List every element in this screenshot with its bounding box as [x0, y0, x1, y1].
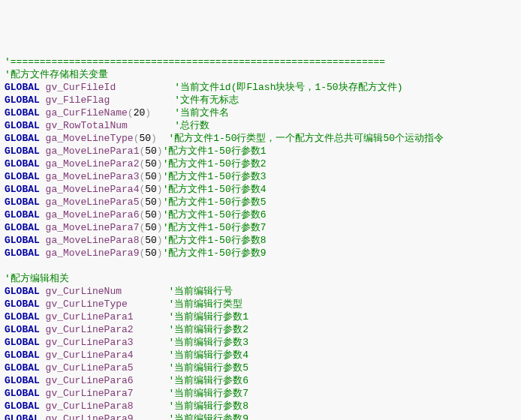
code-line: GLOBAL ga_MoveLinePara4(50)'配方文件1-50行参数4: [5, 183, 516, 196]
code-line: GLOBAL gv_CurLineNum '当前编辑行号: [5, 285, 516, 298]
code-token: gv_FileFlag: [46, 94, 175, 106]
code-token: GLOBAL: [5, 248, 46, 259]
code-line: GLOBAL gv_CurFileId '当前文件id(即Flash块块号，1-…: [5, 81, 516, 94]
code-token: 50: [139, 133, 151, 144]
code-token: ga_MoveLinePara1: [46, 146, 140, 157]
code-token: ga_MoveLinePara4: [46, 184, 140, 195]
code-token: gv_CurLinePara6: [46, 375, 169, 386]
code-token: GLOBAL: [5, 388, 46, 399]
code-token: 50: [145, 248, 157, 259]
code-token: 50: [145, 222, 157, 233]
code-token: ): [157, 146, 163, 157]
code-token: ga_MoveLinePara6: [46, 209, 140, 220]
code-token: '配方文件1-50行参数3: [163, 171, 267, 182]
code-line: '=======================================…: [5, 56, 516, 68]
code-token: GLOBAL: [5, 375, 46, 386]
code-line: GLOBAL gv_CurLinePara7 '当前编辑行参数7: [5, 387, 516, 400]
code-token: gv_CurLinePara8: [46, 400, 169, 412]
code-token: '=======================================…: [5, 56, 385, 68]
code-token: 50: [145, 146, 157, 157]
code-token: ): [157, 196, 163, 208]
code-token: '当前文件id(即Flash块块号，1-50块存配方文件): [174, 82, 402, 93]
code-token: GLOBAL: [5, 171, 46, 182]
code-token: gv_CurLineType: [46, 298, 169, 310]
code-token: GLOBAL: [5, 158, 46, 170]
code-token: '当前编辑行参数2: [168, 324, 248, 335]
code-token: GLOBAL: [5, 350, 46, 361]
code-line: GLOBAL ga_MoveLinePara1(50)'配方文件1-50行参数1: [5, 145, 516, 158]
code-line: GLOBAL ga_MoveLinePara7(50)'配方文件1-50行参数7: [5, 221, 516, 234]
code-line: GLOBAL gv_FileFlag '文件有无标志: [5, 94, 516, 106]
code-line: GLOBAL gv_CurLinePara1 '当前编辑行参数1: [5, 310, 516, 323]
code-line: GLOBAL ga_CurFileName(20) '当前文件名: [5, 106, 516, 119]
code-token: GLOBAL: [5, 337, 46, 348]
code-line: GLOBAL gv_CurLinePara5 '当前编辑行参数5: [5, 362, 516, 374]
code-token: GLOBAL: [5, 235, 46, 246]
code-token: GLOBAL: [5, 82, 46, 93]
code-token: GLOBAL: [5, 120, 46, 131]
code-token: '配方编辑相关: [5, 273, 69, 284]
code-line: GLOBAL gv_CurLinePara9 '当前编辑行参数9: [5, 412, 516, 420]
code-token: ): [151, 133, 168, 144]
code-token: 50: [145, 196, 157, 208]
code-token: ga_MoveLineType: [46, 133, 134, 144]
code-token: '当前编辑行参数4: [168, 350, 248, 361]
code-token: '当前编辑行参数3: [168, 337, 248, 348]
code-token: '配方文件1-50行参数5: [163, 196, 267, 208]
code-token: '配方文件1-50行参数2: [163, 158, 267, 170]
code-block: '=======================================…: [5, 56, 516, 420]
code-token: gv_CurLinePara2: [46, 324, 169, 335]
code-line: '配方编辑相关: [5, 272, 516, 285]
code-token: '当前编辑行参数8: [168, 400, 248, 412]
code-token: '当前文件名: [174, 107, 229, 118]
code-token: '配方文件1-50行类型，一个配方文件总共可编辑50个运动指令: [168, 133, 444, 144]
code-token: ga_CurFileName: [46, 107, 128, 118]
code-token: ): [157, 171, 163, 182]
code-token: '当前编辑行号: [168, 286, 233, 297]
code-token: '当前编辑行参数1: [168, 311, 248, 322]
code-token: '配方文件1-50行参数6: [163, 209, 267, 220]
code-token: ): [145, 107, 174, 118]
code-token: gv_CurLinePara3: [46, 337, 169, 348]
code-token: 20: [134, 107, 146, 118]
code-token: '当前编辑行类型: [168, 298, 242, 310]
code-token: '当前编辑行参数5: [168, 362, 248, 374]
code-token: GLOBAL: [5, 133, 46, 144]
code-line: GLOBAL gv_CurLinePara3 '当前编辑行参数3: [5, 336, 516, 349]
code-line: GLOBAL gv_RowTotalNum '总行数: [5, 119, 516, 132]
code-token: ): [157, 184, 163, 195]
code-token: '总行数: [174, 120, 209, 131]
code-token: ga_MoveLinePara8: [46, 235, 140, 246]
code-token: gv_CurLineNum: [46, 286, 169, 297]
code-line: GLOBAL ga_MoveLinePara5(50)'配方文件1-50行参数5: [5, 196, 516, 208]
code-token: '文件有无标志: [174, 94, 239, 106]
code-token: '配方文件1-50行参数9: [163, 248, 267, 259]
code-token: gv_CurFileId: [46, 82, 175, 93]
code-token: GLOBAL: [5, 146, 46, 157]
code-token: GLOBAL: [5, 298, 46, 310]
code-token: GLOBAL: [5, 413, 46, 420]
code-line: GLOBAL ga_MoveLineType(50) '配方文件1-50行类型，…: [5, 132, 516, 145]
code-token: '配方文件存储相关变量: [5, 69, 108, 80]
code-token: 50: [145, 235, 157, 246]
code-token: GLOBAL: [5, 94, 46, 106]
code-token: GLOBAL: [5, 196, 46, 208]
code-token: ): [157, 222, 163, 233]
code-token: ga_MoveLinePara2: [46, 158, 140, 170]
code-token: 50: [145, 184, 157, 195]
code-line: GLOBAL gv_CurLinePara6 '当前编辑行参数6: [5, 374, 516, 387]
code-token: GLOBAL: [5, 311, 46, 322]
code-token: GLOBAL: [5, 184, 46, 195]
code-line: GLOBAL gv_CurLinePara4 '当前编辑行参数4: [5, 349, 516, 362]
code-token: gv_CurLinePara4: [46, 350, 169, 361]
code-token: gv_CurLinePara9: [46, 413, 169, 420]
code-token: ): [157, 209, 163, 220]
code-token: 50: [145, 209, 157, 220]
code-token: ga_MoveLinePara3: [46, 171, 140, 182]
code-token: 50: [145, 171, 157, 182]
code-token: '配方文件1-50行参数8: [163, 235, 267, 246]
code-token: '配方文件1-50行参数1: [163, 146, 267, 157]
code-token: gv_CurLinePara7: [46, 388, 169, 399]
code-token: GLOBAL: [5, 107, 46, 118]
code-token: '当前编辑行参数6: [168, 375, 248, 386]
